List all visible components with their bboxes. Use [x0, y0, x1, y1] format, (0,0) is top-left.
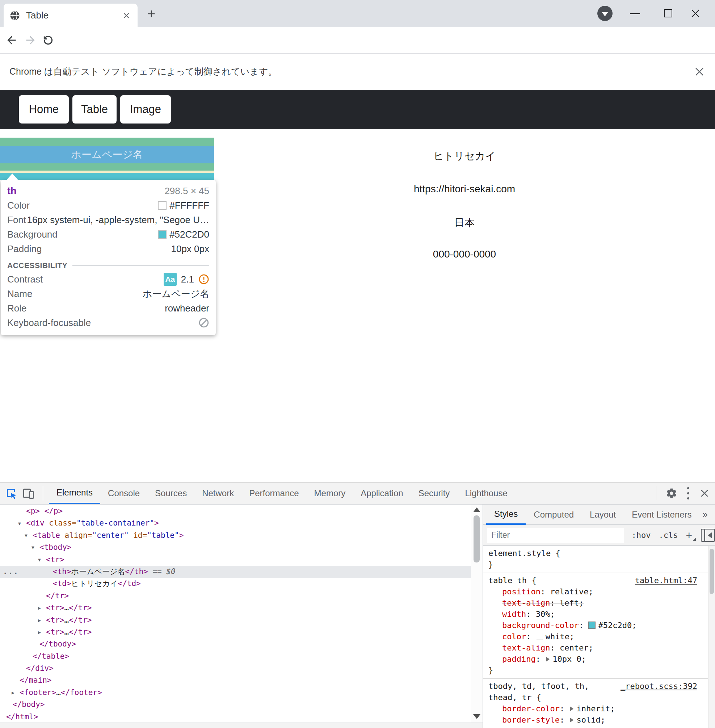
tree-node[interactable]: </body> — [0, 699, 471, 711]
style-source-link[interactable]: _reboot.scss:392 — [620, 681, 697, 692]
pseudo-state-toggle[interactable]: :hov — [632, 531, 651, 540]
expander-open-icon[interactable]: ▼ — [32, 541, 39, 553]
new-style-rule-button[interactable]: + — [686, 529, 692, 541]
table-cell-url: https://hitori-sekai.com — [214, 183, 715, 196]
style-rule: _reboot.scss:392tbody, td, tfoot, th,the… — [483, 679, 708, 728]
devtools-menu-icon[interactable] — [687, 487, 690, 500]
css-property[interactable]: text-align: left; — [489, 597, 708, 609]
sidebar-tab-layout[interactable]: Layout — [582, 504, 624, 525]
back-icon[interactable] — [5, 33, 20, 48]
tooltip-color-value: #FFFFFF — [169, 200, 209, 211]
css-property[interactable]: position: relative; — [489, 586, 708, 597]
tree-node-selected[interactable]: ...<th>ホームページ名</th> == $0 — [0, 566, 471, 578]
infobar-close-icon[interactable] — [693, 66, 706, 78]
inspect-element-icon[interactable] — [4, 486, 19, 501]
table-cell-country: 日本 — [214, 216, 715, 228]
highlighted-th-cell[interactable]: ホームページ名 — [0, 146, 214, 163]
devtools-tab-performance[interactable]: Performance — [241, 482, 306, 504]
device-toolbar-icon[interactable] — [21, 486, 36, 501]
css-property[interactable]: background-color: #52c2d0; — [489, 620, 708, 631]
css-property[interactable]: border-color: inherit; — [489, 703, 708, 714]
styles-rules-list: element.style {}table.html:47table th {p… — [483, 546, 708, 728]
tree-node[interactable]: <p> </p> — [0, 505, 471, 517]
expander-closed-icon[interactable]: ▶ — [38, 602, 46, 614]
styles-scrollbar-thumb[interactable] — [710, 549, 714, 594]
tree-node[interactable]: </tr> — [0, 590, 471, 602]
tree-node[interactable]: ▶<footer>…</footer> — [0, 687, 471, 699]
table-cell-phone: 000-000-0000 — [214, 248, 715, 261]
tree-node[interactable]: </table> — [0, 651, 471, 662]
expander-open-icon[interactable]: ▼ — [25, 530, 33, 541]
tree-node[interactable]: </main> — [0, 674, 471, 686]
site-navbar: Home Table Image — [0, 90, 715, 129]
tree-node[interactable]: ▶<tr>…</tr> — [0, 626, 471, 638]
tree-node[interactable]: ▼<tr> — [0, 554, 471, 566]
devtools-tab-application[interactable]: Application — [353, 482, 410, 504]
new-tab-button[interactable] — [144, 6, 158, 21]
window-close-button[interactable] — [690, 8, 701, 19]
tree-node[interactable]: ▼<table align="center" id="table"> — [0, 530, 471, 541]
tab-close-icon[interactable] — [121, 10, 132, 21]
color-swatch-white — [158, 201, 166, 210]
tree-node[interactable]: </tbody> — [0, 638, 471, 650]
sidebar-pane-toggle-icon[interactable] — [701, 529, 715, 542]
favicon-globe-icon — [9, 10, 20, 21]
devtools-close-icon[interactable] — [699, 488, 710, 499]
tree-scrollbar[interactable] — [471, 504, 483, 723]
styles-filter-input[interactable] — [487, 528, 624, 543]
node-more-actions-icon[interactable]: ... — [3, 566, 19, 578]
rule-selector[interactable]: element.style { — [489, 548, 708, 559]
scroll-up-icon[interactable] — [473, 507, 480, 512]
settings-gear-icon[interactable] — [666, 488, 677, 499]
sidebar-tab-computed[interactable]: Computed — [526, 504, 582, 525]
sidebar-tab-styles[interactable]: Styles — [486, 504, 526, 525]
window-minimize-button[interactable] — [630, 13, 640, 14]
class-toggle[interactable]: .cls — [659, 531, 678, 540]
nav-image-button[interactable]: Image — [120, 95, 171, 124]
css-property[interactable]: text-align: center; — [489, 642, 708, 653]
window-maximize-button[interactable] — [664, 9, 672, 17]
devtools-tab-elements[interactable]: Elements — [49, 482, 100, 504]
reload-icon[interactable] — [41, 33, 56, 48]
tree-node[interactable]: </html> — [0, 711, 471, 723]
accessibility-section-header: ACCESSIBILITY — [7, 259, 209, 272]
css-property[interactable]: border-style: solid; — [489, 714, 708, 725]
nav-home-button[interactable]: Home — [19, 95, 69, 124]
devtools-tab-console[interactable]: Console — [100, 482, 147, 504]
css-property[interactable]: padding: 10px 0; — [489, 653, 708, 665]
expander-closed-icon[interactable]: ▶ — [38, 614, 46, 626]
highlight-padding-top — [0, 137, 214, 146]
devtools-tab-security[interactable]: Security — [411, 482, 458, 504]
nav-table-button[interactable]: Table — [72, 95, 116, 124]
tree-node[interactable]: ▶<tr>…</tr> — [0, 614, 471, 626]
devtools-tab-network[interactable]: Network — [195, 482, 241, 504]
rule-selector[interactable]: thead, tr { — [489, 692, 708, 703]
expander-open-icon[interactable]: ▼ — [18, 518, 26, 530]
devtools-tab-sources[interactable]: Sources — [147, 482, 195, 504]
devtools-tab-memory[interactable]: Memory — [307, 482, 353, 504]
forward-icon[interactable] — [23, 33, 38, 48]
expander-closed-icon[interactable]: ▶ — [12, 687, 20, 699]
browser-tab[interactable]: Table — [4, 4, 137, 27]
expander-closed-icon[interactable]: ▶ — [38, 626, 46, 638]
sidebar-more-tabs-icon[interactable]: » — [700, 509, 710, 520]
tree-node[interactable]: ▶<tr>…</tr> — [0, 602, 471, 614]
css-property[interactable]: color: white; — [489, 631, 708, 642]
tree-node[interactable]: </div> — [0, 662, 471, 674]
css-property[interactable]: border-width: 0; — [489, 725, 708, 728]
expander-open-icon[interactable]: ▼ — [38, 554, 46, 566]
tree-node[interactable]: ▼<div class="table-container"> — [0, 517, 471, 529]
scrollbar-thumb[interactable] — [474, 515, 480, 562]
tree-node[interactable]: ▼<tbody> — [0, 541, 471, 553]
name-label: Name — [7, 288, 32, 299]
browser-toolbar: hitori-sekai.com/wp-content/uploads/2021… — [0, 27, 715, 53]
scroll-down-icon[interactable] — [473, 714, 480, 719]
tree-node[interactable]: <td>ヒトリセカイ</td> — [0, 578, 471, 590]
css-property[interactable]: width: 30%; — [489, 609, 708, 620]
inspect-tooltip: th 298.5 × 45 Color #FFFFFF Font 16px sy… — [1, 180, 216, 335]
styles-scrollbar[interactable] — [708, 546, 715, 728]
tab-search-icon[interactable] — [597, 6, 612, 21]
sidebar-tab-event-listeners[interactable]: Event Listeners — [624, 504, 700, 525]
style-source-link[interactable]: table.html:47 — [635, 575, 697, 586]
devtools-tab-lighthouse[interactable]: Lighthouse — [457, 482, 515, 504]
